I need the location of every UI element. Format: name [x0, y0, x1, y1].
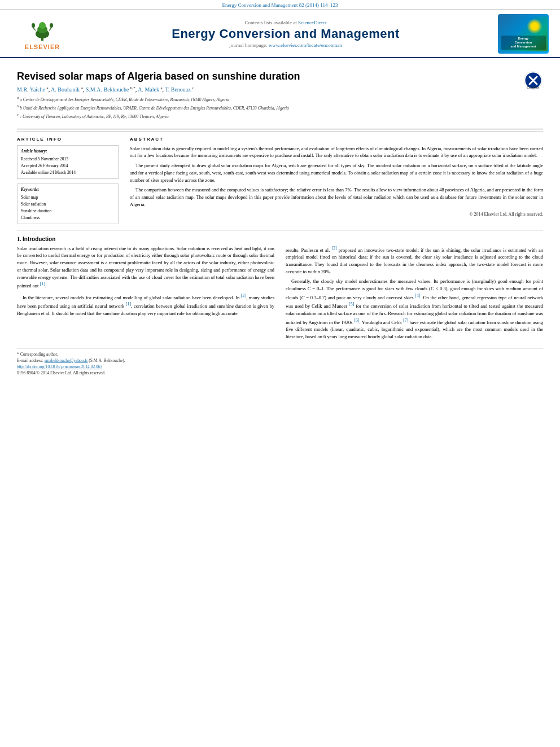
- ref-6[interactable]: [6]: [354, 318, 359, 323]
- keyword-solar-map: Solar map: [21, 194, 115, 201]
- keyword-solar-radiation: Solar radiation: [21, 201, 115, 208]
- crossmark-badge[interactable]: CrossMark: [523, 71, 543, 90]
- article-info-abstract-section: ARTICLE INFO Article history: Received 5…: [17, 132, 543, 224]
- available-date: Available online 24 March 2014: [21, 169, 115, 176]
- received-date: Received 5 November 2013: [21, 156, 115, 163]
- svg-point-3: [39, 22, 46, 29]
- svg-text:CrossMark: CrossMark: [527, 86, 540, 89]
- section-1-body: Solar irradiation research is a field of…: [17, 245, 543, 343]
- abstract-para-2: The present study attempted to draw glob…: [130, 162, 543, 184]
- article-title: Revised solar maps of Algeria based on s…: [17, 71, 300, 82]
- article-info-header: ARTICLE INFO: [17, 137, 119, 142]
- section-1-title: Introduction: [23, 236, 55, 242]
- cover-title: Energy Conversion and Management: [501, 36, 546, 50]
- history-title: Article history:: [21, 148, 115, 155]
- affiliation-b: b b Unité de Recherche Appliquée en Ener…: [17, 103, 300, 111]
- article-history-box: Article history: Received 5 November 201…: [17, 145, 119, 179]
- email-link[interactable]: smabekkouche@yahoo.fr: [45, 358, 88, 363]
- keyword-sunshine-duration: Sunshine duration: [21, 208, 115, 215]
- ref-2[interactable]: [2]: [241, 293, 246, 298]
- section-1-right-col: results. Paulescu et al. [3] proposed an…: [286, 245, 543, 343]
- journal-header-center: Contents lists available at ScienceDirec…: [73, 20, 498, 48]
- intro-para-2: In the literature, several models for es…: [17, 292, 274, 317]
- intro-para-1: Solar irradiation research is a field of…: [17, 245, 274, 290]
- keywords-box: Keywords: Solar map Solar radiation Suns…: [17, 184, 119, 224]
- affiliation-c: c c University of Tlemcen, Laboratory of…: [17, 112, 300, 120]
- corresponding-author-note: * Corresponding author.: [17, 352, 543, 357]
- keywords-title: Keywords:: [21, 186, 115, 193]
- elsevier-wordmark: ELSEVIER: [25, 43, 60, 50]
- abstract-column: ABSTRACT Solar irradiation data is gener…: [130, 137, 543, 224]
- author-yaiche: M.R. Yaiche: [17, 86, 45, 93]
- author-bekkouche: S.M.A. Bekkouche: [86, 86, 129, 93]
- journal-title: Energy Conversion and Management: [73, 27, 498, 41]
- copyright-line: © 2014 Elsevier Ltd. All rights reserved…: [130, 212, 543, 217]
- sciencedirect-link: Contents lists available at ScienceDirec…: [73, 20, 498, 25]
- svg-point-5: [50, 23, 53, 28]
- journal-cover-image: Energy Conversion and Management: [498, 14, 549, 54]
- ref-7[interactable]: [7]: [403, 318, 408, 323]
- elsevier-logo: ELSEVIER: [25, 18, 60, 50]
- article-info-column: ARTICLE INFO Article history: Received 5…: [17, 137, 119, 224]
- citation-text: Energy Conversion and Management 82 (201…: [222, 2, 338, 8]
- cover-thumbnail: Energy Conversion and Management: [500, 16, 548, 51]
- ref-5[interactable]: [5]: [349, 302, 354, 307]
- author-malek: A. Malek: [138, 86, 159, 93]
- intro-para-4: Generally, the cloudy sky model underest…: [286, 278, 543, 340]
- ref-3[interactable]: [3]: [331, 246, 336, 251]
- abstract-para-3: The comparison between the measured and …: [130, 186, 543, 208]
- affiliations: a a Centre de Développement des Energies…: [17, 95, 300, 119]
- intro-para-3: results. Paulescu et al. [3] proposed an…: [286, 245, 543, 276]
- ref-1-right[interactable]: [1]: [126, 302, 131, 307]
- svg-point-4: [32, 23, 35, 28]
- ref-4[interactable]: [4]: [415, 293, 420, 298]
- abstract-header: ABSTRACT: [130, 137, 543, 142]
- doi-line: http://dx.doi.org/10.1016/j.enconman.201…: [17, 364, 543, 369]
- article-content: Revised solar maps of Algeria based on s…: [0, 58, 560, 382]
- email-note: E-mail address: smabekkouche@yahoo.fr (S…: [17, 358, 543, 363]
- ref-1-left[interactable]: [1]: [40, 281, 45, 286]
- issn-line: 0196-8904/© 2014 Elsevier Ltd. All right…: [17, 370, 543, 375]
- section-divider: [17, 230, 543, 230]
- footer-section: * Corresponding author. E-mail address: …: [17, 348, 543, 375]
- article-title-section: Revised solar maps of Algeria based on s…: [17, 64, 543, 129]
- section-1-left-col: Solar irradiation research is a field of…: [17, 245, 274, 343]
- affiliation-a: a a Centre de Développement des Energies…: [17, 95, 300, 103]
- elsevier-logo-area: ELSEVIER: [11, 18, 73, 50]
- abstract-text: Solar irradiation data is generally requ…: [130, 145, 543, 208]
- abstract-para-1: Solar irradiation data is generally requ…: [130, 145, 543, 160]
- top-citation-bar: Energy Conversion and Management 82 (201…: [0, 0, 560, 10]
- homepage-url[interactable]: www.elsevier.com/locate/enconman: [269, 42, 342, 48]
- author-bouhanik: A. Bouhanik: [51, 86, 80, 93]
- section-1-title-row: 1. Introduction: [17, 236, 543, 242]
- keyword-cloudiness: Cloudiness: [21, 215, 115, 221]
- journal-homepage: journal homepage: www.elsevier.com/locat…: [73, 42, 498, 48]
- accepted-date: Accepted 26 February 2014: [21, 163, 115, 169]
- doi-link[interactable]: http://dx.doi.org/10.1016/j.enconman.201…: [17, 364, 102, 369]
- section-1-number: 1.: [17, 236, 23, 242]
- elsevier-tree-icon: [27, 18, 58, 43]
- author-benouaz: T. Benouaz: [165, 86, 190, 93]
- sciencedirect-anchor[interactable]: ScienceDirect: [298, 20, 326, 25]
- journal-header: ELSEVIER Contents lists available at Sci…: [0, 10, 560, 58]
- authors-line: M.R. Yaiche a, A. Bouhanik a, S.M.A. Bek…: [17, 86, 300, 93]
